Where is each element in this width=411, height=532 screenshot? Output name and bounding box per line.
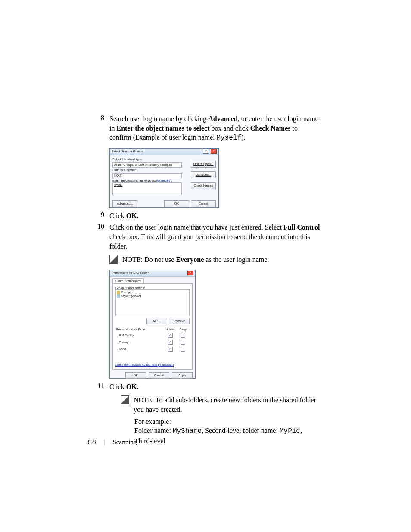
list-item[interactable]: Everyone [117,291,188,294]
step-body: Click OK. [109,211,321,221]
text: . [137,212,139,219]
note-icon [109,255,118,264]
locations-button[interactable]: Locations... [191,171,216,178]
list-item-label: Everyone [121,291,134,294]
group-names-list[interactable]: Everyone Myself (XXXX) [115,289,190,316]
ok-button[interactable]: OK [164,200,189,207]
step-number: 9 [86,211,109,219]
cancel-button[interactable]: Cancel [149,372,169,379]
allow-header: Allow [165,327,177,332]
deny-checkbox[interactable] [181,333,185,338]
deny-header: Deny [177,327,189,332]
list-item[interactable]: Myself (XXXX) [117,294,188,298]
check-names-button[interactable]: Check Names [191,182,216,189]
steps-list: 11 Click OK. [86,382,321,392]
table-row: Change ✓ [116,339,189,345]
object-type-value: Users, Groups, or Built-in security prin… [114,163,172,166]
deny-checkbox[interactable] [181,340,185,345]
note-body: NOTE: To add sub-folders, create new fol… [134,395,321,414]
allow-checkbox[interactable]: ✓ [168,347,173,352]
text: Click on the user login name that you ha… [109,224,283,231]
perm-label: Change [116,339,164,345]
ok-button[interactable]: OK [125,372,146,379]
object-names-value: Myself [114,183,122,186]
steps-list: 8 Search user login name by clicking Adv… [86,114,321,143]
dialog-title: Permissions for New Folder [112,271,149,274]
text-bold: Check Names [250,124,291,132]
location-label: From this location: [112,168,216,171]
step-11: 11 Click OK. [86,382,321,392]
object-names-label: Enter the object names to select (exampl… [112,179,216,182]
text: Do not use [144,256,176,263]
cancel-button[interactable]: Cancel [191,200,216,207]
step-body: Click on the user login name that you ha… [109,223,321,251]
allow-checkbox[interactable]: ✓ [168,340,173,345]
note-icon [121,395,129,404]
text: . [137,383,139,390]
permissions-for-label: Permissions for Karin [116,327,164,332]
step-10: 10 Click on the user login name that you… [86,223,321,251]
object-type-field[interactable]: Users, Groups, or Built-in security prin… [112,162,182,168]
advanced-button[interactable]: Advanced... [112,200,137,207]
select-users-dialog: Select Users or Groups ? × Select this o… [109,148,219,208]
text: Folder name: [134,427,173,434]
dialog-title: Select Users or Groups [112,150,143,153]
window-buttons: ? × [202,149,217,154]
learn-link[interactable]: Learn about access control and permissio… [115,363,174,366]
titlebar: Select Users or Groups ? × [110,149,218,155]
group-names-label: Group or user names: [115,286,190,289]
text: box and click [210,124,250,132]
steps-list: 9 Click OK. 10 Click on the user login n… [86,211,321,251]
permissions-dialog: Permissions for New Folder × Share Permi… [109,270,196,379]
text: Click [109,383,126,390]
step-number: 8 [86,114,109,122]
text-bold: Advanced [208,115,237,122]
text: : [171,179,172,182]
text: check box. This will grant you permissio… [109,233,310,250]
remove-button[interactable]: Remove [169,318,190,324]
step-9: 9 Click OK. [86,211,321,221]
allow-checkbox[interactable]: ✓ [168,333,173,338]
text: as the user login name. [204,256,269,263]
text-mono: MyShare [173,427,202,435]
close-icon[interactable]: × [187,271,193,275]
perm-label: Full Control [116,333,164,339]
step-8: 8 Search user login name by clicking Adv… [86,114,321,143]
text: , Second-level folder name: [202,427,280,434]
note-lead: NOTE: [122,256,144,263]
text-mono: MyPic [280,427,300,435]
object-type-label: Select this object type: [112,158,216,161]
text-bold: OK [126,383,137,390]
text: Click [109,212,126,219]
table-row: Full Control ✓ [116,333,189,339]
text-bold: Enter the object names to select [116,124,209,132]
page: 8 Search user login name by clicking Adv… [0,0,411,532]
page-number: 358 [86,439,96,446]
object-types-button[interactable]: Object Types... [191,161,216,168]
titlebar: Permissions for New Folder × [110,270,195,277]
location-field[interactable]: XXXX [112,173,182,178]
step-body: Click OK. [109,382,321,392]
window-buttons: × [187,271,193,275]
permissions-table: Permissions for Karin Allow Deny Full Co… [115,326,190,353]
text-mono: Myself [216,134,241,142]
add-button[interactable]: Add... [146,318,167,324]
text-bold: Everyone [176,256,204,263]
step-number: 11 [86,382,109,390]
apply-button[interactable]: Apply [172,372,193,379]
table-row: Read ✓ [116,346,189,352]
page-footer: 358 | Scanning [86,439,137,446]
example-line: Folder name: MyShare, Second-level folde… [134,426,321,445]
tab-share-permissions[interactable]: Share Permissions [112,278,144,283]
close-icon[interactable]: × [211,149,217,154]
examples-link[interactable]: (examples) [156,179,171,182]
step-number: 10 [86,223,109,230]
object-names-input[interactable]: Myself [112,182,182,195]
group-icon [117,291,120,294]
deny-checkbox[interactable] [181,347,185,352]
dialog-content: Select this object type: Users, Groups, … [110,155,218,209]
step-body: Search user login name by clicking Advan… [109,114,321,143]
text: Search user login name by clicking [109,115,208,122]
help-icon[interactable]: ? [203,149,209,154]
section-name: Scanning [113,439,137,446]
